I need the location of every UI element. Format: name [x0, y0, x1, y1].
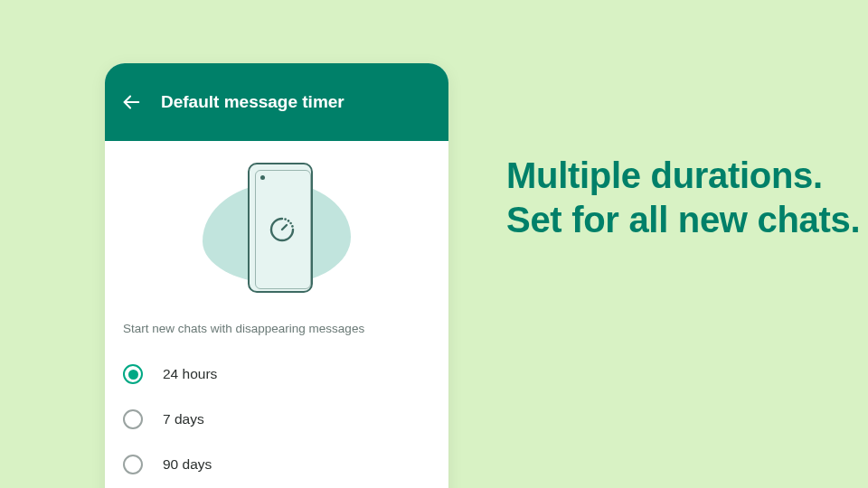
option-label: 7 days [163, 411, 204, 427]
app-bar-title: Default message timer [161, 92, 344, 112]
radio-selected-icon [123, 364, 143, 384]
radio-unselected-icon [123, 409, 143, 429]
radio-unselected-icon [123, 455, 143, 474]
option-24-hours[interactable]: 24 hours [123, 352, 430, 397]
timer-illustration [186, 157, 367, 302]
phone-outline-icon [248, 163, 313, 293]
option-90-days[interactable]: 90 days [123, 442, 430, 487]
option-label: 24 hours [163, 366, 217, 382]
timer-icon [268, 215, 297, 244]
option-7-days[interactable]: 7 days [123, 397, 430, 442]
app-bar: Default message timer [105, 63, 448, 141]
section-label: Start new chats with disappearing messag… [105, 313, 448, 352]
svg-point-1 [291, 225, 294, 228]
illustration-area [105, 141, 448, 313]
timer-options-list: 24 hours 7 days 90 days [105, 352, 448, 487]
svg-point-2 [289, 222, 292, 225]
option-label: 90 days [163, 456, 212, 473]
marketing-headline: Multiple durations.Set for all new chats… [506, 154, 860, 242]
svg-line-5 [282, 225, 287, 230]
svg-point-4 [284, 218, 287, 221]
phone-mockup: Default message timer Start n [105, 63, 448, 488]
back-arrow-icon[interactable] [121, 92, 141, 112]
svg-point-3 [288, 220, 290, 222]
